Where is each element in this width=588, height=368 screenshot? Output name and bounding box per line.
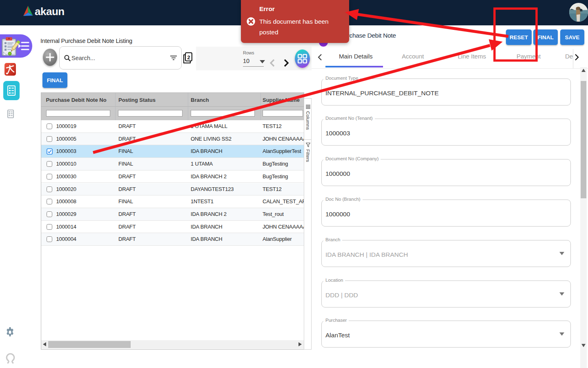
svg-text:2: 2 (187, 54, 190, 61)
